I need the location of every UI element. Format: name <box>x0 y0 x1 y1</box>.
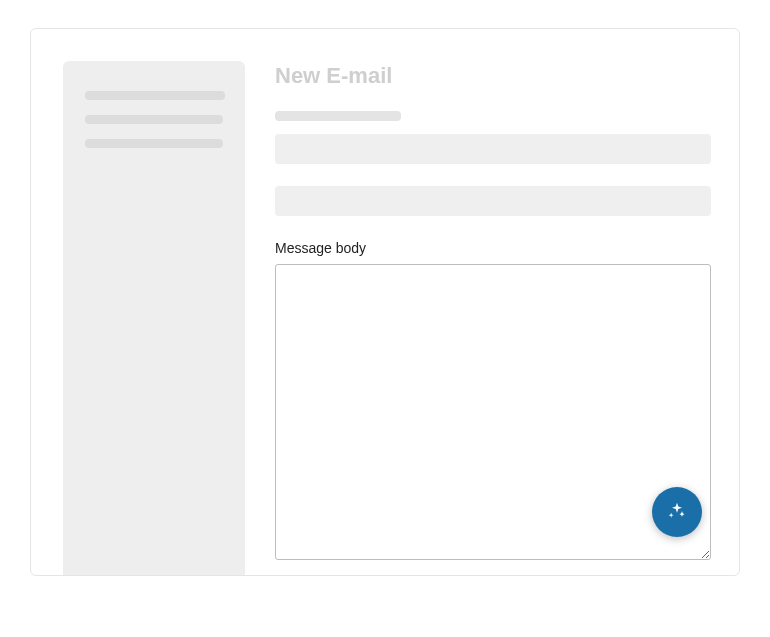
ai-assist-fab[interactable] <box>652 487 702 537</box>
app-window: New E-mail Message body <box>30 28 740 576</box>
field-label-placeholder <box>275 111 401 121</box>
sidebar-placeholder-line <box>85 139 223 148</box>
sidebar-placeholder-line <box>85 91 225 100</box>
page-title: New E-mail <box>275 63 711 89</box>
sparkle-icon <box>667 501 687 524</box>
to-field-placeholder[interactable] <box>275 134 711 164</box>
message-body-input[interactable] <box>275 264 711 560</box>
message-body-label: Message body <box>275 240 711 256</box>
sidebar-placeholder-line <box>85 115 223 124</box>
subject-field-placeholder[interactable] <box>275 186 711 216</box>
sidebar <box>63 61 245 576</box>
